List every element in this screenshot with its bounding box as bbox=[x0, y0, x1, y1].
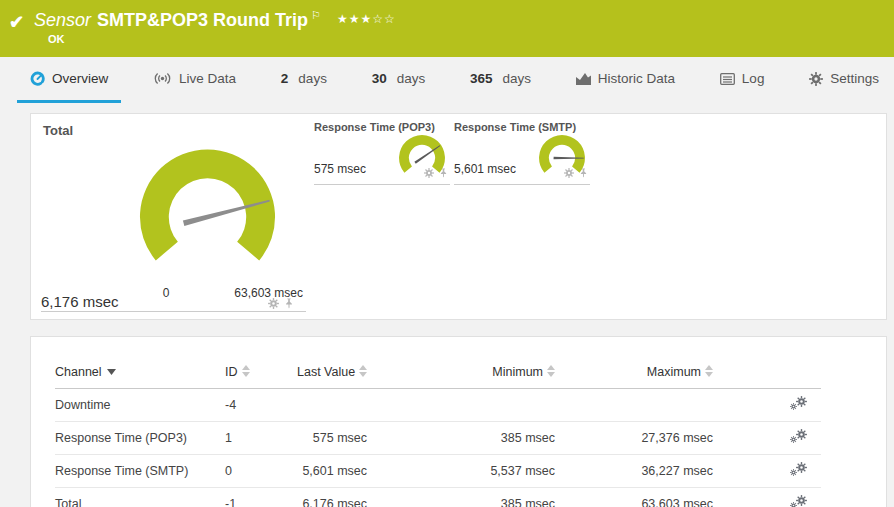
cell-minimum: 5,537 msec bbox=[367, 455, 555, 488]
edit-channel-gears-icon[interactable] bbox=[790, 495, 807, 507]
gauge-action-icons bbox=[268, 298, 294, 309]
cell-minimum: 385 msec bbox=[367, 422, 555, 455]
gear-icon[interactable] bbox=[564, 168, 574, 178]
cell-id: 0 bbox=[225, 455, 297, 488]
tab-label: days bbox=[397, 71, 426, 86]
broadcast-icon bbox=[153, 72, 172, 85]
status-badge: OK bbox=[48, 33, 65, 45]
sort-icon bbox=[242, 365, 250, 377]
gauge-block-pop3: Response Time (POP3) 575 msec bbox=[314, 121, 450, 187]
channels-table: Channel ID Last Value Minimum Maximum bbox=[55, 359, 821, 507]
priority-flag-icon[interactable]: ⚐ bbox=[311, 9, 321, 21]
column-header-minimum[interactable]: Minimum bbox=[367, 359, 555, 389]
smtp-last-value: 5,601 msec bbox=[454, 162, 516, 176]
gear-icon[interactable] bbox=[424, 168, 434, 178]
sensor-title-line: SensorSMTP&POP3 Round Trip⚐★★★☆☆ bbox=[34, 9, 396, 31]
gauge-icon bbox=[30, 71, 45, 86]
tab-live-data[interactable]: Live Data bbox=[140, 57, 249, 103]
gauge-block-smtp: Response Time (SMTP) 5,601 msec bbox=[454, 121, 590, 187]
cell-channel: Response Time (SMTP) bbox=[55, 455, 225, 488]
cell-id: 1 bbox=[225, 422, 297, 455]
tab-log[interactable]: Log bbox=[707, 57, 778, 103]
tab-label: Overview bbox=[52, 71, 108, 86]
channels-panel: Channel ID Last Value Minimum Maximum bbox=[30, 336, 887, 507]
pop3-last-value: 575 msec bbox=[314, 162, 366, 176]
column-header-edit bbox=[713, 359, 821, 389]
tab-historic-data[interactable]: Historic Data bbox=[563, 57, 688, 103]
table-row-pop3: Response Time (POP3) 1 575 msec 385 msec… bbox=[55, 422, 821, 455]
edit-channel-gears-icon[interactable] bbox=[790, 462, 807, 477]
edit-channel-gears-icon[interactable] bbox=[790, 429, 807, 444]
gauge-action-icons bbox=[424, 168, 448, 178]
gear-icon[interactable] bbox=[268, 298, 279, 309]
cell-minimum bbox=[367, 389, 555, 422]
total-gauge bbox=[125, 147, 290, 287]
cell-channel: Response Time (POP3) bbox=[55, 422, 225, 455]
gauge-smtp-label: Response Time (SMTP) bbox=[454, 121, 590, 133]
divider bbox=[314, 184, 450, 185]
column-header-id[interactable]: ID bbox=[225, 359, 297, 389]
column-header-last-value[interactable]: Last Value bbox=[297, 359, 367, 389]
pin-icon[interactable] bbox=[284, 298, 294, 309]
tab-number: 2 bbox=[281, 71, 289, 86]
tab-overview[interactable]: Overview bbox=[17, 57, 121, 103]
sort-desc-icon bbox=[107, 369, 116, 375]
tab-number: 365 bbox=[470, 71, 493, 86]
divider bbox=[454, 184, 590, 185]
pin-icon[interactable] bbox=[439, 168, 448, 178]
pin-icon[interactable] bbox=[579, 168, 588, 178]
tab-bar: Overview Live Data 2 days 30 days 365 da… bbox=[0, 57, 894, 103]
table-row-total: Total -1 6,176 msec 385 msec 63,603 msec bbox=[55, 488, 821, 507]
edit-channel-gears-icon[interactable] bbox=[790, 396, 807, 411]
cell-last-value bbox=[297, 389, 367, 422]
cell-maximum bbox=[555, 389, 713, 422]
tab-label: Historic Data bbox=[598, 71, 675, 86]
gear-icon bbox=[809, 72, 823, 86]
cell-last-value: 6,176 msec bbox=[297, 488, 367, 507]
sort-icon bbox=[547, 365, 555, 377]
cell-id: -4 bbox=[225, 389, 297, 422]
gauge-action-icons bbox=[564, 168, 588, 178]
page-title: SMTP&POP3 Round Trip bbox=[97, 10, 308, 30]
log-icon bbox=[720, 73, 735, 85]
cell-maximum: 27,376 msec bbox=[555, 422, 713, 455]
table-row-smtp: Response Time (SMTP) 0 5,601 msec 5,537 … bbox=[55, 455, 821, 488]
tab-number: 30 bbox=[372, 71, 387, 86]
tab-label: days bbox=[298, 71, 327, 86]
sensor-type-label: Sensor bbox=[34, 10, 91, 30]
status-ok-check-icon: ✔ bbox=[9, 11, 24, 33]
total-last-value: 6,176 msec bbox=[41, 293, 119, 310]
gauge-min-label: 0 bbox=[151, 286, 181, 300]
cell-channel: Downtime bbox=[55, 389, 225, 422]
gauges-panel: Total 0 63,603 msec 6,176 msec Response … bbox=[30, 113, 887, 320]
gauge-total-label: Total bbox=[43, 123, 73, 138]
column-header-channel[interactable]: Channel bbox=[55, 359, 225, 389]
tab-label: days bbox=[503, 71, 532, 86]
tab-label: Settings bbox=[830, 71, 879, 86]
tab-365-days[interactable]: 365 days bbox=[457, 57, 544, 103]
sort-icon bbox=[359, 365, 367, 377]
cell-id: -1 bbox=[225, 488, 297, 507]
table-header-row: Channel ID Last Value Minimum Maximum bbox=[55, 359, 821, 389]
cell-last-value: 5,601 msec bbox=[297, 455, 367, 488]
tab-settings[interactable]: Settings bbox=[796, 57, 892, 103]
cell-maximum: 36,227 msec bbox=[555, 455, 713, 488]
tab-2-days[interactable]: 2 days bbox=[268, 57, 340, 103]
cell-minimum: 385 msec bbox=[367, 488, 555, 507]
column-header-maximum[interactable]: Maximum bbox=[555, 359, 713, 389]
tab-label: Log bbox=[742, 71, 765, 86]
tab-30-days[interactable]: 30 days bbox=[359, 57, 439, 103]
area-chart-icon bbox=[576, 72, 591, 85]
sort-icon bbox=[705, 365, 713, 377]
tab-label: Live Data bbox=[179, 71, 236, 86]
sensor-header: ✔ SensorSMTP&POP3 Round Trip⚐★★★☆☆ OK bbox=[0, 0, 894, 57]
cell-channel: Total bbox=[55, 488, 225, 507]
cell-maximum: 63,603 msec bbox=[555, 488, 713, 507]
gauge-pop3-label: Response Time (POP3) bbox=[314, 121, 450, 133]
divider bbox=[41, 311, 306, 312]
table-row-downtime: Downtime -4 bbox=[55, 389, 821, 422]
cell-last-value: 575 msec bbox=[297, 422, 367, 455]
star-rating[interactable]: ★★★☆☆ bbox=[337, 12, 396, 26]
